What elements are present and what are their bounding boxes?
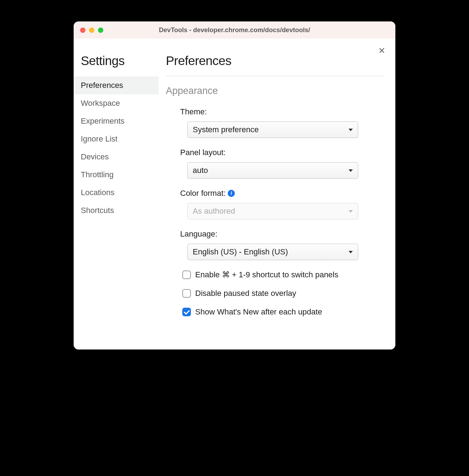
language-select[interactable]: English (US) - English (US) <box>187 244 358 260</box>
devtools-settings-window: DevTools - developer.chrome.com/docs/dev… <box>74 21 395 349</box>
window-close-button[interactable] <box>80 28 85 33</box>
divider <box>166 76 385 76</box>
sidebar-item-locations[interactable]: Locations <box>74 184 159 202</box>
whats-new-label: Show What's New after each update <box>195 307 322 317</box>
color-format-select: As authored <box>187 203 358 219</box>
theme-field: Theme: System preference <box>166 107 385 138</box>
language-field: Language: English (US) - English (US) <box>166 229 385 260</box>
window-title: DevTools - developer.chrome.com/docs/dev… <box>159 26 310 34</box>
sidebar-item-shortcuts[interactable]: Shortcuts <box>74 202 159 219</box>
disable-overlay-row: Disable paused state overlay <box>166 289 385 298</box>
content-area: ✕ Settings Preferences Workspace Experim… <box>74 39 395 349</box>
sidebar-item-workspace[interactable]: Workspace <box>74 94 159 112</box>
color-format-label: Color format: i <box>180 189 385 198</box>
sidebar-item-label: Ignore List <box>81 134 118 143</box>
sidebar-item-devices[interactable]: Devices <box>74 148 159 166</box>
sidebar-item-label: Experiments <box>81 116 124 125</box>
enable-shortcut-row: Enable ⌘ + 1-9 shortcut to switch panels <box>166 270 385 279</box>
color-format-field: Color format: i As authored <box>166 189 385 219</box>
sidebar: Settings Preferences Workspace Experimen… <box>74 39 159 349</box>
panel-layout-value: auto <box>193 166 208 175</box>
enable-shortcut-label: Enable ⌘ + 1-9 shortcut to switch panels <box>195 270 339 279</box>
panel-layout-field: Panel layout: auto <box>166 148 385 179</box>
close-icon[interactable]: ✕ <box>378 46 385 55</box>
chevron-down-icon <box>349 210 353 213</box>
language-value: English (US) - English (US) <box>193 247 288 257</box>
chevron-down-icon <box>349 169 353 172</box>
disable-overlay-checkbox[interactable] <box>182 289 191 298</box>
info-icon[interactable]: i <box>228 190 235 197</box>
sidebar-title: Settings <box>74 54 159 68</box>
sidebar-item-label: Workspace <box>81 99 120 108</box>
chevron-down-icon <box>349 129 353 131</box>
section-title: Appearance <box>166 85 385 96</box>
sidebar-item-label: Locations <box>81 188 114 197</box>
traffic-lights <box>80 28 103 33</box>
sidebar-item-label: Throttling <box>81 170 114 179</box>
whats-new-row: Show What's New after each update <box>166 307 385 317</box>
theme-label: Theme: <box>180 107 385 116</box>
window-minimize-button[interactable] <box>89 28 94 33</box>
sidebar-item-ignore-list[interactable]: Ignore List <box>74 130 159 148</box>
color-format-value: As authored <box>193 207 235 216</box>
titlebar: DevTools - developer.chrome.com/docs/dev… <box>74 21 395 39</box>
language-label: Language: <box>180 229 385 239</box>
sidebar-item-label: Devices <box>81 152 109 161</box>
sidebar-item-label: Shortcuts <box>81 206 114 215</box>
chevron-down-icon <box>349 251 353 253</box>
sidebar-item-label: Preferences <box>81 81 123 90</box>
main-panel: Preferences Appearance Theme: System pre… <box>159 39 395 349</box>
panel-layout-select[interactable]: auto <box>187 162 358 179</box>
theme-value: System preference <box>193 125 259 134</box>
enable-shortcut-checkbox[interactable] <box>182 271 191 279</box>
theme-select[interactable]: System preference <box>187 122 358 138</box>
disable-overlay-label: Disable paused state overlay <box>195 289 296 298</box>
sidebar-item-preferences[interactable]: Preferences <box>74 76 159 94</box>
sidebar-item-throttling[interactable]: Throttling <box>74 166 159 184</box>
whats-new-checkbox[interactable] <box>182 308 191 316</box>
sidebar-item-experiments[interactable]: Experiments <box>74 112 159 130</box>
window-maximize-button[interactable] <box>98 28 103 33</box>
page-title: Preferences <box>166 54 385 68</box>
panel-layout-label: Panel layout: <box>180 148 385 157</box>
